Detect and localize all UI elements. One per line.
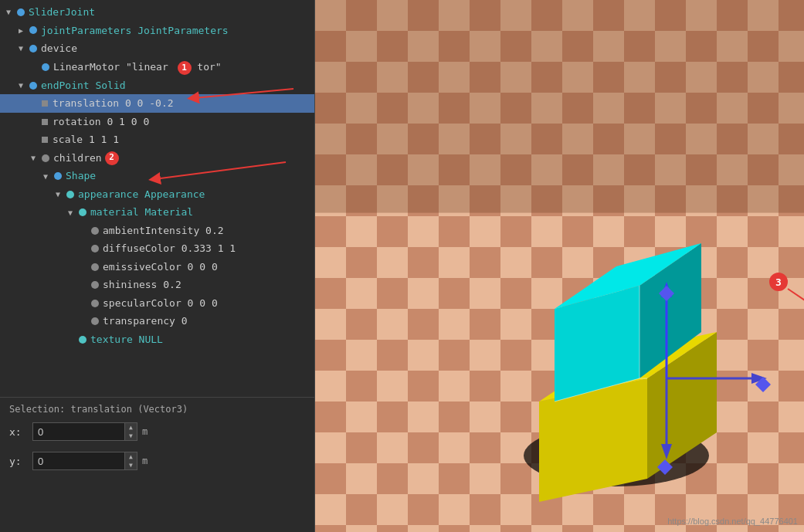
tree-item-shape[interactable]: ▼ Shape	[0, 167, 314, 185]
tree-item-label: emissiveColor 0 0 0	[103, 259, 218, 275]
svg-line-12	[788, 289, 804, 324]
node-dot	[79, 208, 87, 216]
tree-item-diffuse[interactable]: diffuseColor 0.333 1 1	[0, 239, 314, 258]
field-label-y: y:	[9, 456, 32, 467]
spinner-y[interactable]: ▲ ▼	[125, 452, 137, 470]
expand-arrow: ▼	[68, 207, 79, 219]
tree-item-label: endPoint Solid	[41, 78, 126, 93]
field-unit-x: m	[142, 426, 148, 437]
node-dot	[17, 8, 25, 16]
node-dot	[42, 154, 49, 162]
node-dot	[42, 63, 49, 71]
tree-item-slider-joint[interactable]: ▼ SliderJoint	[0, 3, 314, 22]
tree-item-label: specularColor 0 0 0	[103, 296, 218, 311]
bottom-panel: Selection: translation (Vector3) x: ▲ ▼ …	[0, 397, 314, 532]
field-unit-y: m	[142, 456, 148, 466]
node-dot	[91, 245, 99, 252]
viewport-canvas[interactable]: 3 https://blog.csdn.net/qq_44776401	[315, 0, 804, 532]
node-square	[42, 137, 48, 143]
node-dot	[29, 82, 37, 90]
node-dot	[91, 281, 99, 289]
tree-item-appearance[interactable]: ▼ appearance Appearance	[0, 185, 314, 204]
tree-item-children[interactable]: ▼ children 2	[0, 149, 314, 168]
tree-item-label: translation 0 0 -0.2	[53, 96, 174, 111]
expand-arrow	[80, 297, 91, 309]
tree-item-label: device	[41, 41, 77, 56]
spinner-up-x[interactable]: ▲	[125, 423, 137, 432]
tree-item-label: jointParameters JointParameters	[41, 23, 229, 39]
tree-item-joint-params[interactable]: ▶ jointParameters JointParameters	[0, 22, 314, 40]
tree-item-label: ambientIntensity 0.2	[103, 223, 224, 239]
expand-arrow	[68, 334, 79, 345]
tree-item-transparency[interactable]: transparency 0	[0, 312, 314, 330]
node-dot	[91, 227, 99, 235]
right-panel: 3 https://blog.csdn.net/qq_44776401	[315, 0, 804, 532]
tree-item-texture[interactable]: texture NULL	[0, 330, 314, 349]
badge-3-text: 3	[775, 276, 782, 288]
tree-item-label: scale 1 1 1	[53, 132, 119, 147]
expand-arrow	[31, 134, 42, 146]
tree-item-label: children	[53, 151, 102, 166]
expand-arrow	[80, 243, 91, 255]
selection-label: Selection: translation (Vector3)	[9, 404, 305, 415]
field-row-x: x: ▲ ▼ m	[9, 422, 305, 441]
spinner-down-x[interactable]: ▼	[125, 432, 137, 440]
expand-arrow: ▼	[19, 80, 29, 91]
left-panel: ▼ SliderJoint ▶ jointParameters JointPar…	[0, 0, 315, 532]
tree-item-specular[interactable]: specularColor 0 0 0	[0, 294, 314, 313]
spinner-x[interactable]: ▲ ▼	[125, 422, 137, 441]
tree-item-emissive[interactable]: emissiveColor 0 0 0	[0, 258, 314, 276]
tree-item-label: texture NULL	[90, 332, 163, 347]
node-dot	[29, 26, 37, 34]
badge-2: 2	[105, 151, 119, 165]
expand-arrow	[31, 116, 42, 127]
tree-item-device[interactable]: ▼ device	[0, 39, 314, 58]
spinner-up-y[interactable]: ▲	[125, 452, 137, 461]
spinner-down-y[interactable]: ▼	[125, 461, 137, 469]
tree-item-label: SliderJoint	[29, 5, 95, 20]
expand-arrow	[80, 261, 91, 273]
expand-arrow	[31, 98, 42, 110]
tree-item-material[interactable]: ▼ material Material	[0, 203, 314, 222]
expand-arrow	[80, 316, 91, 327]
expand-arrow: ▼	[43, 171, 54, 182]
node-dot	[29, 45, 37, 53]
tree-item-ambient[interactable]: ambientIntensity 0.2	[0, 222, 314, 240]
node-square	[42, 100, 48, 107]
tree-item-label: transparency 0	[103, 313, 188, 329]
tree-item-shininess[interactable]: shininess 0.2	[0, 276, 314, 294]
node-dot	[91, 263, 99, 271]
tree-item-rotation[interactable]: rotation 0 1 0 0	[0, 113, 314, 131]
expand-arrow	[80, 280, 91, 291]
field-input-x[interactable]	[32, 422, 125, 441]
tree-area: ▼ SliderJoint ▶ jointParameters JointPar…	[0, 0, 314, 397]
tree-item-label: shininess 0.2	[103, 277, 181, 293]
tree-item-label: appearance Appearance	[78, 187, 205, 202]
url-watermark: https://blog.csdn.net/qq_44776401	[667, 517, 798, 526]
node-dot	[66, 191, 74, 198]
badge-1: 1	[178, 61, 192, 75]
field-input-y[interactable]	[32, 452, 125, 470]
tree-item-scale[interactable]: scale 1 1 1	[0, 130, 314, 149]
tree-item-label: material Material	[90, 205, 193, 220]
expand-arrow: ▼	[31, 152, 42, 164]
tree-item-label: rotation 0 1 0 0	[53, 114, 149, 130]
3d-scene: 3	[315, 0, 804, 532]
tree-item-endpoint[interactable]: ▼ endPoint Solid	[0, 76, 314, 95]
tree-item-label: LinearMotor "linear 1 tor"	[53, 59, 222, 75]
expand-arrow: ▼	[19, 42, 29, 54]
node-dot	[91, 300, 99, 307]
field-row-y: y: ▲ ▼ m	[9, 452, 305, 470]
expand-arrow	[80, 225, 91, 236]
node-square	[42, 119, 48, 125]
field-label-x: x:	[9, 426, 32, 438]
node-dot	[54, 172, 62, 180]
expand-arrow: ▼	[6, 6, 17, 18]
node-dot	[79, 336, 87, 344]
tree-item-linear-motor[interactable]: LinearMotor "linear 1 tor"	[0, 58, 314, 76]
tree-item-label: Shape	[66, 168, 96, 184]
expand-arrow: ▼	[56, 188, 66, 200]
expand-arrow: ▶	[19, 25, 29, 36]
tree-item-label: diffuseColor 0.333 1 1	[103, 241, 236, 256]
tree-item-translation[interactable]: translation 0 0 -0.2	[0, 94, 314, 113]
